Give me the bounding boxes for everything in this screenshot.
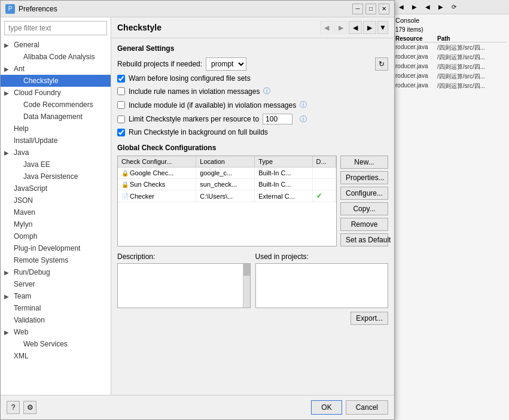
sidebar-item-terminal[interactable]: Terminal [1, 302, 111, 314]
minimize-button[interactable]: ─ [352, 4, 363, 14]
sidebar-item-xml[interactable]: XML [1, 350, 111, 362]
sidebar-item-alibaba[interactable]: Alibaba Code Analysis [1, 51, 111, 63]
sidebar-item-java_ee[interactable]: Java EE [1, 159, 111, 171]
sidebar-item-mylyn[interactable]: Mylyn [1, 218, 111, 230]
info-icon-3[interactable]: ⓘ [300, 114, 307, 124]
table-row[interactable]: 🔒Sun Checkssun_check...Built-In C... [118, 179, 336, 190]
limit-number-input[interactable] [263, 114, 292, 124]
sidebar-item-label: Terminal [14, 304, 41, 312]
console-file: roducer.java [395, 63, 437, 71]
nav-forward2-btn[interactable]: ▶ [363, 21, 376, 34]
checkbox-background-label: Run Checkstyle in background on full bui… [129, 128, 268, 136]
settings-btn[interactable]: ⚙ [23, 401, 36, 414]
sidebar-item-data_management[interactable]: Data Management [1, 111, 111, 123]
tree-arrow-icon: ▶ [4, 150, 11, 156]
console-back-btn[interactable]: ◀ [395, 2, 407, 13]
console-file: roducer.java [395, 82, 437, 90]
sidebar-item-oomph[interactable]: Oomph [1, 230, 111, 242]
rebuild-icon-btn[interactable]: ↻ [375, 57, 388, 71]
info-icon-1[interactable]: ⓘ [263, 86, 270, 96]
console-refresh-btn[interactable]: ⟳ [448, 2, 460, 13]
row-name: 🔒Google Chec... [118, 168, 196, 179]
filter-input[interactable] [4, 21, 107, 35]
sidebar-item-team[interactable]: ▶Team [1, 290, 111, 302]
sidebar-item-install_update[interactable]: Install/Update [1, 135, 111, 147]
sidebar-item-maven[interactable]: Maven [1, 206, 111, 218]
sidebar-item-javascript[interactable]: JavaScript [1, 182, 111, 194]
sidebar-item-server[interactable]: Server [1, 278, 111, 290]
checkbox-module-id-input[interactable] [117, 101, 125, 109]
default-checkmark: ✓ [316, 192, 322, 199]
config-action-btn-remove[interactable]: Remove [340, 218, 388, 231]
config-action-btn-new---[interactable]: New... [340, 156, 388, 169]
window-controls: ─ □ ✕ [352, 4, 389, 14]
tree-arrow-icon: ▶ [4, 293, 11, 300]
sidebar-item-java_persistence[interactable]: Java Persistence [1, 171, 111, 182]
info-icon-2[interactable]: ⓘ [300, 100, 307, 110]
sidebar-item-label: JavaScript [14, 184, 47, 193]
config-action-btn-properties---[interactable]: Properties... [340, 171, 388, 184]
sidebar-item-label: Mylyn [14, 220, 32, 229]
sidebar-item-help[interactable]: Help [1, 123, 111, 135]
console-back2-btn[interactable]: ◀ [422, 2, 434, 13]
col-default: D... [312, 156, 336, 168]
sidebar-list: ▶GeneralAlibaba Code Analysis▶AntCheckst… [1, 39, 111, 395]
sidebar-item-checkstyle[interactable]: Checkstyle [1, 75, 111, 87]
sidebar-item-label: Java EE [23, 160, 50, 169]
rebuild-select[interactable]: prompt always never [206, 57, 246, 71]
checkbox-rule-names-input[interactable] [117, 87, 125, 95]
close-button[interactable]: ✕ [379, 4, 389, 14]
sidebar-item-cloud_foundry[interactable]: ▶Cloud Foundry [1, 87, 111, 99]
sidebar-item-code_recommenders[interactable]: Code Recommenders [1, 99, 111, 111]
config-table-wrap: Check Configur... Location Type D... 🔒Go… [117, 156, 337, 246]
used-projects-container: Used in projects: [255, 252, 389, 308]
sidebar-item-remote_systems[interactable]: Remote Systems [1, 254, 111, 266]
col-location: Location [196, 156, 255, 168]
dialog-footer: ? ⚙ OK Cancel [1, 395, 394, 419]
nav-back-btn[interactable]: ◀ [320, 21, 333, 34]
sidebar-item-web[interactable]: ▶Web [1, 326, 111, 338]
table-row[interactable]: 📄CheckerC:\Users\...External C...✓ [118, 190, 336, 202]
sidebar-item-label: XML [14, 352, 29, 360]
console-panel: ◀ ▶ ◀ ▶ ⟳ Console 179 items) Resource Pa… [392, 0, 509, 420]
checkbox-module-id: Include module id (if available) in viol… [117, 100, 388, 110]
nav-dropdown-btn[interactable]: ▼ [377, 21, 388, 34]
sidebar-item-general[interactable]: ▶General [1, 39, 111, 51]
console-path: /四则运算/src/四... [437, 72, 507, 81]
sidebar-item-java[interactable]: ▶Java [1, 147, 111, 159]
console-row: roducer.java/四则运算/src/四... [395, 44, 507, 52]
checkbox-warn-input[interactable] [117, 75, 125, 83]
console-forward-btn[interactable]: ▶ [409, 2, 420, 13]
sidebar-item-web_services[interactable]: Web Services [1, 338, 111, 350]
sidebar-item-label: General [14, 41, 39, 49]
desc-scrollbar[interactable] [243, 264, 250, 308]
help-btn[interactable]: ? [7, 401, 20, 414]
config-action-btn-configure---[interactable]: Configure... [340, 187, 388, 200]
console-col-path: Path [437, 35, 450, 42]
row-default: ✓ [312, 190, 336, 202]
console-row: roducer.java/四则运算/src/四... [395, 53, 507, 62]
sidebar-item-validation[interactable]: Validation [1, 314, 111, 326]
nav-forward-btn[interactable]: ▶ [334, 21, 348, 34]
maximize-button[interactable]: □ [365, 4, 376, 14]
checkbox-background-input[interactable] [117, 129, 125, 136]
desc-row: Description: Used in projects: [117, 252, 388, 308]
sidebar-item-ant[interactable]: ▶Ant [1, 63, 111, 75]
sidebar-item-json[interactable]: JSON [1, 194, 111, 206]
config-action-btn-set-as-default[interactable]: Set as Default [340, 233, 388, 246]
checkbox-limit-input[interactable] [117, 115, 125, 123]
config-action-btn-copy---[interactable]: Copy... [340, 202, 388, 215]
nav-back2-btn[interactable]: ◀ [349, 21, 362, 34]
ok-button[interactable]: OK [311, 400, 342, 415]
console-forward2-btn[interactable]: ▶ [435, 2, 447, 13]
used-label: Used in projects: [255, 252, 389, 261]
console-content: Console 179 items) Resource Path roducer… [393, 14, 509, 94]
cancel-button[interactable]: Cancel [346, 400, 388, 415]
desc-box [117, 263, 251, 308]
sidebar-item-plugin_development[interactable]: Plug-in Development [1, 242, 111, 254]
footer-left: ? ⚙ [7, 401, 36, 414]
table-row[interactable]: 🔒Google Chec...google_c...Built-In C... [118, 168, 336, 179]
sidebar-item-run_debug[interactable]: ▶Run/Debug [1, 266, 111, 278]
col-name: Check Configur... [118, 156, 196, 168]
export-btn[interactable]: Export... [350, 312, 388, 325]
